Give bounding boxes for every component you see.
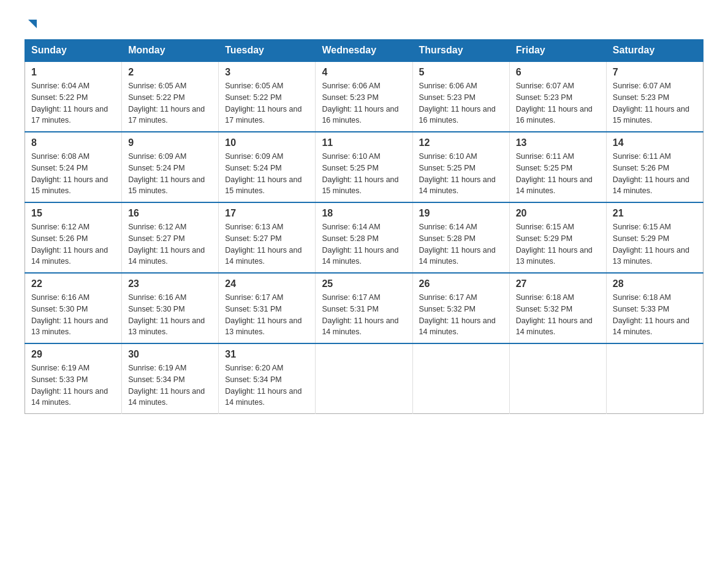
day-number: 11	[322, 137, 406, 148]
day-number: 2	[128, 67, 212, 78]
svg-marker-0	[28, 20, 37, 28]
calendar-header-cell: Thursday	[412, 40, 509, 62]
calendar-day-cell: 13 Sunrise: 6:11 AM Sunset: 5:25 PM Dayl…	[509, 132, 606, 202]
logo-arrow-icon	[26, 17, 39, 31]
day-info: Sunrise: 6:17 AM Sunset: 5:31 PM Dayligh…	[322, 292, 406, 338]
day-number: 5	[419, 67, 503, 78]
calendar-day-cell: 10 Sunrise: 6:09 AM Sunset: 5:24 PM Dayl…	[219, 132, 316, 202]
day-info: Sunrise: 6:13 AM Sunset: 5:27 PM Dayligh…	[225, 221, 309, 267]
calendar-day-cell: 18 Sunrise: 6:14 AM Sunset: 5:28 PM Dayl…	[316, 202, 412, 273]
day-info: Sunrise: 6:20 AM Sunset: 5:34 PM Dayligh…	[225, 362, 309, 408]
day-number: 3	[225, 67, 309, 78]
day-info: Sunrise: 6:17 AM Sunset: 5:31 PM Dayligh…	[225, 292, 309, 338]
day-number: 6	[516, 67, 600, 78]
day-number: 13	[516, 137, 600, 148]
calendar-day-cell: 6 Sunrise: 6:07 AM Sunset: 5:23 PM Dayli…	[509, 61, 606, 132]
day-number: 20	[516, 208, 600, 219]
day-number: 26	[419, 278, 503, 289]
calendar-day-cell: 8 Sunrise: 6:08 AM Sunset: 5:24 PM Dayli…	[25, 132, 122, 202]
calendar-day-cell: 25 Sunrise: 6:17 AM Sunset: 5:31 PM Dayl…	[316, 273, 412, 343]
day-info: Sunrise: 6:11 AM Sunset: 5:26 PM Dayligh…	[613, 151, 697, 197]
day-number: 30	[128, 349, 212, 360]
day-number: 23	[128, 278, 212, 289]
day-info: Sunrise: 6:09 AM Sunset: 5:24 PM Dayligh…	[225, 151, 309, 197]
calendar-day-cell: 14 Sunrise: 6:11 AM Sunset: 5:26 PM Dayl…	[606, 132, 703, 202]
calendar-week-row: 22 Sunrise: 6:16 AM Sunset: 5:30 PM Dayl…	[25, 273, 703, 343]
calendar-week-row: 1 Sunrise: 6:04 AM Sunset: 5:22 PM Dayli…	[25, 61, 703, 132]
day-info: Sunrise: 6:06 AM Sunset: 5:23 PM Dayligh…	[419, 80, 503, 126]
calendar-day-cell	[606, 343, 703, 414]
calendar-header-cell: Friday	[509, 40, 606, 62]
calendar-day-cell: 7 Sunrise: 6:07 AM Sunset: 5:23 PM Dayli…	[606, 61, 703, 132]
calendar-day-cell: 16 Sunrise: 6:12 AM Sunset: 5:27 PM Dayl…	[122, 202, 219, 273]
calendar-header-cell: Monday	[122, 40, 219, 62]
calendar-day-cell: 4 Sunrise: 6:06 AM Sunset: 5:23 PM Dayli…	[316, 61, 412, 132]
day-number: 10	[225, 137, 309, 148]
calendar-week-row: 8 Sunrise: 6:08 AM Sunset: 5:24 PM Dayli…	[25, 132, 703, 202]
day-number: 17	[225, 208, 309, 219]
calendar-day-cell: 26 Sunrise: 6:17 AM Sunset: 5:32 PM Dayl…	[412, 273, 509, 343]
day-number: 14	[613, 137, 697, 148]
calendar-day-cell: 31 Sunrise: 6:20 AM Sunset: 5:34 PM Dayl…	[219, 343, 316, 414]
day-info: Sunrise: 6:10 AM Sunset: 5:25 PM Dayligh…	[322, 151, 406, 197]
day-number: 19	[419, 208, 503, 219]
calendar-week-row: 15 Sunrise: 6:12 AM Sunset: 5:26 PM Dayl…	[25, 202, 703, 273]
calendar-body: 1 Sunrise: 6:04 AM Sunset: 5:22 PM Dayli…	[25, 61, 703, 414]
day-info: Sunrise: 6:15 AM Sunset: 5:29 PM Dayligh…	[516, 221, 600, 267]
day-info: Sunrise: 6:05 AM Sunset: 5:22 PM Dayligh…	[128, 80, 212, 126]
calendar-day-cell: 30 Sunrise: 6:19 AM Sunset: 5:34 PM Dayl…	[122, 343, 219, 414]
calendar-day-cell	[412, 343, 509, 414]
calendar-day-cell: 20 Sunrise: 6:15 AM Sunset: 5:29 PM Dayl…	[509, 202, 606, 273]
calendar-day-cell: 19 Sunrise: 6:14 AM Sunset: 5:28 PM Dayl…	[412, 202, 509, 273]
logo	[25, 18, 39, 27]
day-number: 16	[128, 208, 212, 219]
calendar-day-cell: 17 Sunrise: 6:13 AM Sunset: 5:27 PM Dayl…	[219, 202, 316, 273]
calendar-table: SundayMondayTuesdayWednesdayThursdayFrid…	[25, 39, 703, 414]
day-number: 24	[225, 278, 309, 289]
calendar-day-cell: 24 Sunrise: 6:17 AM Sunset: 5:31 PM Dayl…	[219, 273, 316, 343]
day-info: Sunrise: 6:18 AM Sunset: 5:32 PM Dayligh…	[516, 292, 600, 338]
day-info: Sunrise: 6:07 AM Sunset: 5:23 PM Dayligh…	[613, 80, 697, 126]
calendar-day-cell: 27 Sunrise: 6:18 AM Sunset: 5:32 PM Dayl…	[509, 273, 606, 343]
day-number: 1	[31, 67, 115, 78]
day-number: 18	[322, 208, 406, 219]
day-info: Sunrise: 6:05 AM Sunset: 5:22 PM Dayligh…	[225, 80, 309, 126]
day-number: 31	[225, 349, 309, 360]
day-number: 9	[128, 137, 212, 148]
day-number: 22	[31, 278, 115, 289]
calendar-day-cell: 15 Sunrise: 6:12 AM Sunset: 5:26 PM Dayl…	[25, 202, 122, 273]
day-info: Sunrise: 6:17 AM Sunset: 5:32 PM Dayligh…	[419, 292, 503, 338]
calendar-day-cell: 28 Sunrise: 6:18 AM Sunset: 5:33 PM Dayl…	[606, 273, 703, 343]
day-info: Sunrise: 6:11 AM Sunset: 5:25 PM Dayligh…	[516, 151, 600, 197]
day-info: Sunrise: 6:16 AM Sunset: 5:30 PM Dayligh…	[31, 292, 115, 338]
day-number: 25	[322, 278, 406, 289]
day-number: 15	[31, 208, 115, 219]
calendar-header-cell: Tuesday	[219, 40, 316, 62]
calendar-day-cell: 9 Sunrise: 6:09 AM Sunset: 5:24 PM Dayli…	[122, 132, 219, 202]
calendar-day-cell: 22 Sunrise: 6:16 AM Sunset: 5:30 PM Dayl…	[25, 273, 122, 343]
day-number: 7	[613, 67, 697, 78]
day-info: Sunrise: 6:14 AM Sunset: 5:28 PM Dayligh…	[419, 221, 503, 267]
calendar-day-cell: 2 Sunrise: 6:05 AM Sunset: 5:22 PM Dayli…	[122, 61, 219, 132]
day-info: Sunrise: 6:04 AM Sunset: 5:22 PM Dayligh…	[31, 80, 115, 126]
calendar-day-cell: 3 Sunrise: 6:05 AM Sunset: 5:22 PM Dayli…	[219, 61, 316, 132]
calendar-day-cell	[509, 343, 606, 414]
day-number: 8	[31, 137, 115, 148]
calendar-day-cell: 5 Sunrise: 6:06 AM Sunset: 5:23 PM Dayli…	[412, 61, 509, 132]
day-info: Sunrise: 6:07 AM Sunset: 5:23 PM Dayligh…	[516, 80, 600, 126]
calendar-header-cell: Sunday	[25, 40, 122, 62]
calendar-day-cell: 11 Sunrise: 6:10 AM Sunset: 5:25 PM Dayl…	[316, 132, 412, 202]
calendar-day-cell: 21 Sunrise: 6:15 AM Sunset: 5:29 PM Dayl…	[606, 202, 703, 273]
day-info: Sunrise: 6:14 AM Sunset: 5:28 PM Dayligh…	[322, 221, 406, 267]
day-number: 29	[31, 349, 115, 360]
calendar-day-cell: 23 Sunrise: 6:16 AM Sunset: 5:30 PM Dayl…	[122, 273, 219, 343]
day-number: 28	[613, 278, 697, 289]
calendar-day-cell	[316, 343, 412, 414]
day-info: Sunrise: 6:12 AM Sunset: 5:26 PM Dayligh…	[31, 221, 115, 267]
day-info: Sunrise: 6:08 AM Sunset: 5:24 PM Dayligh…	[31, 151, 115, 197]
day-number: 12	[419, 137, 503, 148]
day-info: Sunrise: 6:10 AM Sunset: 5:25 PM Dayligh…	[419, 151, 503, 197]
calendar-header-row: SundayMondayTuesdayWednesdayThursdayFrid…	[25, 40, 703, 62]
day-info: Sunrise: 6:16 AM Sunset: 5:30 PM Dayligh…	[128, 292, 212, 338]
calendar-day-cell: 29 Sunrise: 6:19 AM Sunset: 5:33 PM Dayl…	[25, 343, 122, 414]
